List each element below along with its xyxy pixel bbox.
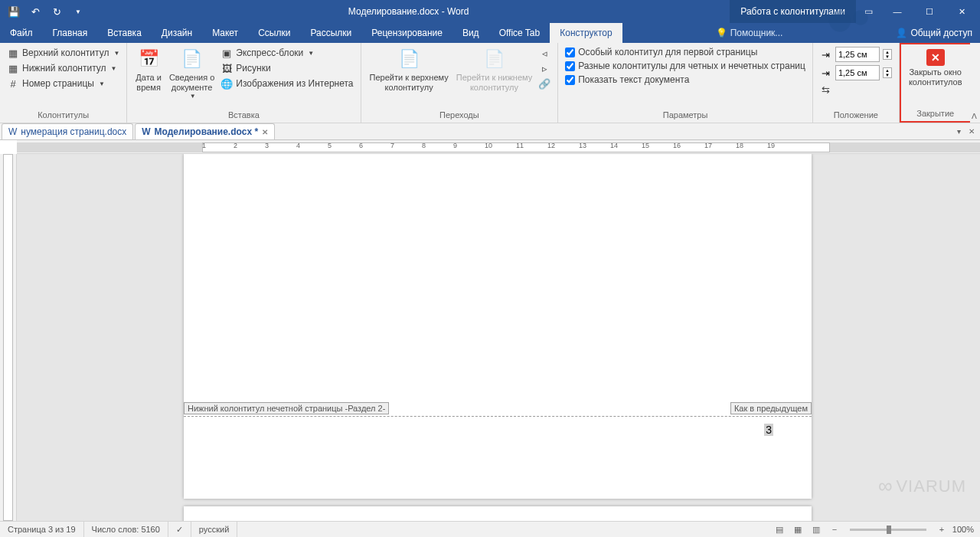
group-label: Параметры — [563, 110, 808, 121]
group-label: Переходы — [366, 110, 554, 121]
onlinepic-icon: 🌐 — [220, 77, 233, 90]
printlayout-icon[interactable]: ▦ — [790, 523, 805, 535]
tab-view[interactable]: Вид — [452, 23, 489, 43]
zoom-slider[interactable] — [850, 529, 926, 531]
titlebar: 💾 ↶ ↻ ▼ Моделирование.docx - Word Работа… — [0, 0, 980, 23]
different-first-checkbox[interactable]: Особый колонтитул для первой страницы — [563, 45, 760, 59]
close-headerfooter-button[interactable]: ✕ Закрыть окноколонтитулов — [905, 46, 966, 89]
tab-home[interactable]: Главная — [43, 23, 98, 43]
footer-button[interactable]: ▦Нижний колонтитул▼ — [5, 61, 119, 76]
next-section-button[interactable]: ▹ — [536, 61, 553, 76]
onlinepictures-button[interactable]: 🌐Изображения из Интернета — [218, 76, 355, 91]
group-headerfooter: ▦Верхний колонтитул▼ ▦Нижний колонтитул▼… — [0, 43, 127, 123]
person-icon: 👤 — [896, 28, 907, 38]
group-label: Закрытие — [905, 109, 966, 120]
footer-tag-left: Нижний колонтитул нечетной страницы -Раз… — [184, 402, 389, 414]
quickparts-icon: ▣ — [220, 47, 233, 59]
doctab-2[interactable]: W Моделирование.docx * ✕ — [135, 123, 275, 139]
group-navigation: 📄 Перейти к верхнемуколонтитулу 📄 Перейт… — [361, 43, 559, 123]
close-icon[interactable]: ✕ — [946, 0, 977, 23]
show-doctext-checkbox[interactable]: Показать текст документа — [563, 73, 691, 87]
tab-office-tab[interactable]: Office Tab — [489, 23, 550, 43]
share-button[interactable]: 👤 Общий доступ — [896, 28, 972, 38]
picture-icon: 🖼 — [220, 62, 233, 74]
link-previous-button[interactable]: 🔗 — [536, 76, 553, 91]
goto-footer-icon: 📄 — [482, 47, 506, 71]
lightbulb-icon: 💡 — [716, 28, 727, 38]
document-area[interactable]: Нижний колонтитул нечетной страницы -Раз… — [17, 154, 980, 521]
page[interactable]: Нижний колонтитул нечетной страницы -Раз… — [184, 154, 812, 499]
tab-close-icon[interactable]: ✕ — [262, 128, 268, 136]
statusbar: Страница 3 из 19 Число слов: 5160 ✓ русс… — [0, 521, 980, 537]
footer-pos-icon: ⇥ — [820, 67, 832, 79]
vertical-ruler[interactable] — [0, 154, 17, 521]
status-page[interactable]: Страница 3 из 19 — [0, 522, 84, 537]
calendar-icon: 📅 — [136, 47, 161, 71]
datetime-button[interactable]: 📅 Дата ивремя — [132, 45, 165, 94]
tab-mailings[interactable]: Рассылки — [300, 23, 361, 43]
status-language[interactable]: русский — [191, 522, 237, 537]
header-top-input[interactable] — [835, 47, 880, 62]
footer-bottom-spinner[interactable]: ⇥ ▲▼ — [818, 64, 894, 82]
group-label: Колонтитулы — [5, 110, 122, 121]
tab-references[interactable]: Ссылки — [248, 23, 300, 43]
tab-close-all-icon[interactable]: ✕ — [966, 127, 977, 136]
footer-icon: ▦ — [7, 62, 19, 74]
ribbon: ▦Верхний колонтитул▼ ▦Нижний колонтитул▼… — [0, 43, 980, 123]
tab-design[interactable]: Дизайн — [152, 23, 202, 43]
next-page[interactable] — [184, 506, 812, 521]
insert-tab-button[interactable]: ⇆ — [818, 82, 835, 97]
weblayout-icon[interactable]: ▥ — [808, 523, 824, 535]
doctab-1[interactable]: W нумерация страниц.docx — [2, 123, 133, 139]
tab-layout[interactable]: Макет — [202, 23, 248, 43]
zoom-in-icon[interactable]: + — [934, 523, 949, 535]
window-title: Моделирование.docx - Word — [87, 6, 730, 17]
tab-menu-icon[interactable]: ▾ — [955, 127, 963, 136]
brand-graphic — [819, 4, 888, 38]
pagenumber-icon: # — [7, 77, 19, 90]
prev-section-button[interactable]: ◃ — [536, 45, 553, 61]
pictures-button[interactable]: 🖼Рисунки — [218, 61, 355, 76]
qat-customize-icon[interactable]: ▼ — [69, 2, 87, 21]
status-proofing-icon[interactable]: ✓ — [168, 522, 191, 537]
maximize-icon[interactable]: ☐ — [914, 0, 945, 23]
docinfo-button[interactable]: 📄 Сведения одокументе▼ — [165, 45, 218, 102]
tab-insert[interactable]: Вставка — [97, 23, 152, 43]
group-label: Положение — [818, 110, 894, 121]
footer-tag-right: Как в предыдущем — [730, 402, 812, 414]
tab-icon: ⇆ — [820, 83, 832, 96]
different-oddeven-checkbox[interactable]: Разные колонтитулы для четных и нечетных… — [563, 59, 808, 73]
goto-footer-button[interactable]: 📄 Перейти к нижнемуколонтитулу — [452, 45, 536, 94]
header-pos-icon: ⇥ — [820, 48, 832, 61]
spin-down-icon[interactable]: ▼ — [884, 73, 891, 77]
group-position: ⇥ ▲▼ ⇥ ▲▼ ⇆ Положение — [813, 43, 900, 123]
header-button[interactable]: ▦Верхний колонтитул▼ — [5, 45, 122, 61]
document-tabs: W нумерация страниц.docx W Моделирование… — [0, 123, 980, 140]
tab-designer[interactable]: Конструктор — [550, 23, 622, 43]
horizontal-ruler[interactable]: 12345678910111213141516171819 — [17, 140, 980, 154]
group-close: ✕ Закрыть окноколонтитулов Закрытие — [900, 43, 970, 123]
header-top-spinner[interactable]: ⇥ ▲▼ — [818, 45, 894, 64]
status-words[interactable]: Число слов: 5160 — [84, 522, 168, 537]
workspace: Нижний колонтитул нечетной страницы -Раз… — [0, 154, 980, 521]
undo-icon[interactable]: ↶ — [26, 2, 44, 21]
link-icon: 🔗 — [538, 77, 550, 90]
save-icon[interactable]: 💾 — [5, 2, 23, 21]
page-number-field[interactable]: 3 — [764, 424, 773, 436]
redo-icon[interactable]: ↻ — [47, 2, 66, 21]
quickparts-button[interactable]: ▣Экспресс-блоки▼ — [218, 45, 355, 61]
footer-bottom-input[interactable] — [835, 65, 880, 80]
pagenumber-button[interactable]: #Номер страницы▼ — [5, 76, 107, 91]
tab-review[interactable]: Рецензирование — [361, 23, 452, 43]
spin-down-icon[interactable]: ▼ — [884, 54, 891, 59]
next-icon: ▹ — [538, 62, 550, 74]
tab-file[interactable]: Файл — [0, 23, 43, 43]
tell-me-search[interactable]: 💡 Помощник... — [716, 28, 783, 38]
close-x-icon: ✕ — [926, 49, 945, 66]
goto-header-button[interactable]: 📄 Перейти к верхнемуколонтитулу — [366, 45, 452, 94]
collapse-ribbon-icon[interactable]: ᐱ — [972, 112, 977, 120]
goto-header-icon: 📄 — [397, 47, 421, 71]
readmode-icon[interactable]: ▤ — [772, 523, 787, 535]
zoom-level[interactable]: 100% — [952, 525, 974, 534]
zoom-out-icon[interactable]: − — [827, 523, 842, 535]
